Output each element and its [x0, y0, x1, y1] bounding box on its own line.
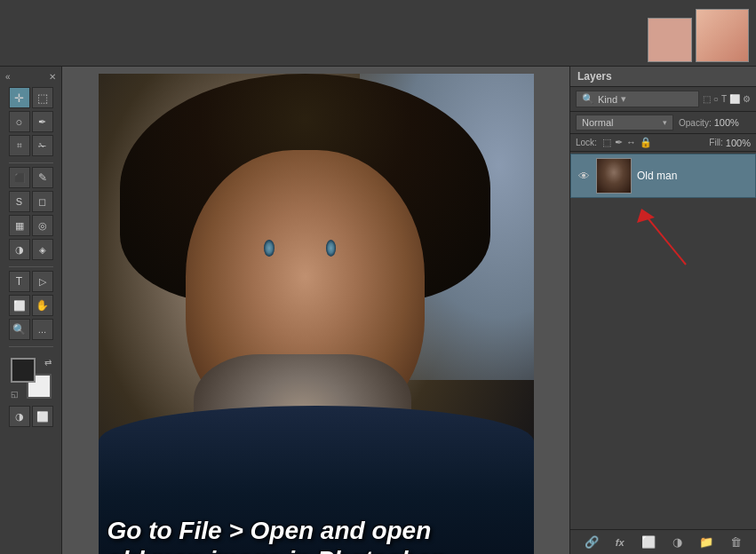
select-tool-btn[interactable]: ▷ [32, 271, 53, 292]
opacity-control: Opacity: 100% [679, 117, 751, 128]
kind-pixel-icon[interactable]: ⬚ [703, 94, 711, 104]
kind-row: 🔍 Kind ▾ ⬚ ○ T ⬜ ⚙ [570, 87, 756, 112]
type-tool-btn[interactable]: T [9, 271, 30, 292]
blend-row: Normal ▾ Opacity: 100% [570, 112, 756, 134]
gradient-tool-btn[interactable]: ▦ [9, 215, 30, 236]
lock-transparent-icon[interactable]: ⬚ [602, 137, 611, 148]
color-swatches-tool: ⇄ ◱ [11, 358, 52, 399]
link-layers-btn[interactable]: 🔗 [583, 534, 601, 550]
lock-icons: ⬚ ✒ ↔ 🔒 [602, 137, 704, 148]
kind-shape-icon[interactable]: ⬜ [729, 94, 740, 104]
eraser-tool-btn[interactable]: ◻ [32, 191, 53, 212]
tool-row-shape-hand: ⬜ ✋ [9, 295, 53, 316]
kind-smart-icon[interactable]: ⚙ [743, 94, 751, 104]
zoom-tool-btn[interactable]: 🔍 [9, 319, 30, 340]
tool-divider-3 [9, 346, 53, 347]
annotation-text-line1: Go to File > Open and open [107, 516, 534, 546]
move-tool-btn[interactable]: ✛ [9, 87, 30, 108]
marquee-tool-btn[interactable]: ⬚ [32, 87, 53, 108]
screen-mode-btn[interactable]: ⬜ [32, 406, 53, 427]
add-group-btn[interactable]: 📁 [697, 534, 715, 550]
tool-row-clone-eraser: S ◻ [9, 191, 53, 212]
more-tools-btn[interactable]: … [32, 319, 53, 340]
swatch-peach [648, 18, 692, 62]
portrait [99, 74, 534, 554]
opacity-value[interactable]: 100% [714, 117, 739, 128]
tool-divider-1 [9, 162, 53, 163]
blur-tool-btn[interactable]: ◎ [32, 215, 53, 236]
layer-visibility-toggle[interactable]: 👁 [577, 169, 591, 183]
swap-colors-icon[interactable]: ⇄ [44, 358, 52, 368]
annotation-overlay: Go to File > Open and open old man image… [107, 516, 534, 554]
add-mask-btn[interactable]: ⬜ [640, 534, 657, 550]
pen-tool-btn[interactable]: ✒ [32, 111, 53, 132]
toolbar-collapse-icon[interactable]: « [5, 72, 11, 82]
patch-tool-btn[interactable]: ⬛ [9, 167, 30, 188]
layer-arrow-svg [570, 198, 756, 269]
layer-name: Old man [637, 170, 750, 182]
lock-row: Lock: ⬚ ✒ ↔ 🔒 Fill: 100% [570, 134, 756, 152]
portrait-right-eye [326, 240, 336, 257]
blend-mode-dropdown[interactable]: Normal ▾ [576, 115, 673, 131]
brush-tool-btn[interactable]: ✎ [32, 167, 53, 188]
path-tool-btn[interactable]: ◈ [32, 239, 53, 260]
workspace: « ✕ ✛ ⬚ ○ ✒ ⌗ ✁ ⬛ ✎ S ◻ ▦ ◎ ◑ ◈ [0, 67, 756, 554]
hand-tool-btn[interactable]: ✋ [32, 295, 53, 316]
quick-mask-btn[interactable]: ◑ [9, 406, 30, 427]
annotation-text-line2: old man image in Photoshop [107, 545, 534, 554]
reset-colors-icon[interactable]: ◱ [11, 390, 19, 399]
svg-marker-1 [637, 209, 655, 223]
lock-pixels-icon[interactable]: ✒ [615, 137, 623, 148]
top-bar [0, 0, 756, 67]
tool-row-zoom-more: 🔍 … [9, 319, 53, 340]
toolbar-close-icon[interactable]: ✕ [49, 72, 56, 82]
blend-mode-arrow-icon: ▾ [663, 118, 667, 127]
tool-row-move-marquee: ✛ ⬚ [9, 87, 53, 108]
toolbar-header: « ✕ [0, 70, 61, 83]
layers-bottom-toolbar: 🔗 fx ⬜ ◑ 📁 🗑 [570, 529, 756, 554]
lock-all-icon[interactable]: 🔒 [640, 137, 652, 148]
svg-line-0 [646, 216, 686, 265]
eyedropper-tool-btn[interactable]: ✁ [32, 135, 53, 156]
lock-label: Lock: [576, 138, 597, 147]
kind-adjust-icon[interactable]: ○ [713, 94, 719, 104]
color-swatches-top [648, 9, 749, 62]
portrait-left-eye [264, 240, 274, 257]
clone-tool-btn[interactable]: S [9, 191, 30, 212]
layers-panel: Layers 🔍 Kind ▾ ⬚ ○ T ⬜ ⚙ [570, 67, 756, 554]
layer-item-old-man[interactable]: 👁 Old man [570, 154, 756, 198]
canvas-container: Go to File > Open and open old man image… [99, 74, 534, 554]
dodge-tool-btn[interactable]: ◑ [9, 239, 30, 260]
canvas-image [99, 74, 534, 554]
lock-position-icon[interactable]: ↔ [626, 137, 636, 148]
tool-row-type-select: T ▷ [9, 271, 53, 292]
layer-fx-btn[interactable]: fx [614, 535, 626, 550]
fill-value[interactable]: 100% [726, 138, 751, 148]
fg-color-swatch[interactable] [11, 358, 36, 383]
kind-dropdown[interactable]: 🔍 Kind ▾ [576, 91, 699, 107]
tool-divider-2 [9, 266, 53, 267]
swatch-skin [696, 9, 749, 62]
opacity-label: Opacity: [679, 118, 712, 128]
kind-label: Kind [598, 94, 617, 105]
layers-title: Layers [577, 70, 612, 83]
toolbar: « ✕ ✛ ⬚ ○ ✒ ⌗ ✁ ⬛ ✎ S ◻ ▦ ◎ ◑ ◈ [0, 67, 62, 554]
tool-row-gradient-blur: ▦ ◎ [9, 215, 53, 236]
shape-tool-btn[interactable]: ⬜ [9, 295, 30, 316]
portrait-eyes [252, 240, 348, 257]
layers-list: 👁 Old man [570, 152, 756, 529]
crop-tool-btn[interactable]: ⌗ [9, 135, 30, 156]
fill-control: Fill: 100% [709, 138, 751, 148]
canvas-area: Go to File > Open and open old man image… [62, 67, 569, 554]
kind-filter-icons: ⬚ ○ T ⬜ ⚙ [703, 94, 751, 104]
kind-type-icon[interactable]: T [721, 94, 727, 104]
layer-thumbnail [596, 158, 632, 194]
tool-row-dodge-path: ◑ ◈ [9, 239, 53, 260]
right-panel: Layers 🔍 Kind ▾ ⬚ ○ T ⬜ ⚙ [569, 67, 756, 554]
blend-mode-label: Normal [582, 117, 613, 128]
kind-search-icon: 🔍 [582, 93, 594, 105]
lasso-tool-btn[interactable]: ○ [9, 111, 30, 132]
tool-row-lasso-pen: ○ ✒ [9, 111, 53, 132]
delete-layer-btn[interactable]: 🗑 [728, 534, 744, 550]
add-adjustment-btn[interactable]: ◑ [671, 534, 684, 550]
